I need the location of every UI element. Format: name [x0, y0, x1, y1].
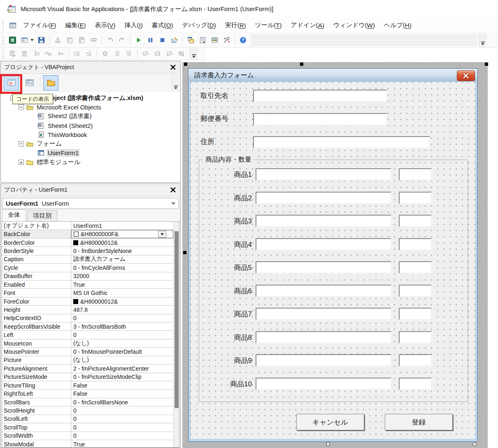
property-value[interactable]: True [71, 281, 173, 288]
property-value[interactable]: 2 - fmPictureAlignmentCenter [71, 364, 173, 372]
indent-icon[interactable] [71, 48, 82, 59]
menu-item-6[interactable]: デバッグ(D) [177, 18, 220, 32]
property-value[interactable]: 0 - fmBorderStyleNone [71, 247, 173, 255]
tab-by-category[interactable]: 項目別 [27, 210, 57, 221]
dropdown-button[interactable] [158, 231, 166, 238]
object-browser-icon[interactable] [209, 35, 220, 46]
property-row[interactable]: EnabledTrue [2, 281, 173, 289]
item-name-textbox[interactable] [256, 308, 391, 320]
item-qty-textbox[interactable] [399, 308, 432, 320]
register-button[interactable]: 登録 [385, 414, 453, 430]
project-panel-header[interactable]: プロジェクト - VBAProject [1, 61, 180, 74]
item-qty-textbox[interactable] [399, 354, 432, 367]
menu-item-1[interactable]: ファイル(F) [19, 18, 61, 32]
property-row[interactable]: (オブジェクト名)UserForm1 [2, 222, 173, 230]
item-qty-textbox[interactable] [399, 168, 432, 181]
property-value[interactable]: 0 - fmPictureSizeModeClip [71, 373, 173, 381]
resize-handle[interactable] [300, 63, 303, 66]
property-row[interactable]: Height487.8 [2, 306, 173, 314]
uncomment-block-icon[interactable] [123, 48, 135, 59]
comment-block-icon[interactable] [112, 48, 123, 59]
run-icon[interactable] [133, 35, 144, 46]
toolbar-options-button[interactable] [479, 33, 486, 47]
menu-item-7[interactable]: 実行(R) [221, 18, 251, 32]
property-value[interactable]: &H8000000F& [71, 230, 173, 238]
menu-item-10[interactable]: ウィンドウ(W) [329, 18, 379, 32]
item-name-textbox[interactable] [256, 215, 391, 227]
cancel-button[interactable]: キャンセル [296, 414, 364, 430]
property-row[interactable]: Caption請求書入力フォーム [2, 255, 173, 264]
property-value[interactable]: 0 [71, 423, 173, 431]
view-object-button[interactable] [22, 75, 37, 91]
property-value[interactable]: (なし) [71, 356, 173, 364]
property-row[interactable]: KeepScrollBarsVisible3 - fmScrollBarsBot… [2, 323, 173, 331]
property-row[interactable]: ScrollLeft0 [2, 415, 173, 423]
property-value[interactable]: 0 - fmMousePointerDefault [71, 348, 173, 355]
item-qty-textbox[interactable] [399, 331, 432, 344]
toggle-folders-button[interactable] [43, 75, 58, 91]
menu-item-3[interactable]: 表示(V) [91, 18, 120, 32]
property-row[interactable]: Cycle0 - fmCycleAllForms [2, 264, 173, 272]
property-row[interactable]: ScrollWidth0 [2, 432, 173, 440]
property-row[interactable]: PictureAlignment2 - fmPictureAlignmentCe… [2, 364, 173, 373]
property-row[interactable]: PictureSizeMode0 - fmPictureSizeModeClip [2, 373, 173, 381]
toggle-breakpoint-icon[interactable] [100, 48, 111, 59]
project-panel-close-icon[interactable] [168, 63, 178, 72]
properties-panel-close-icon[interactable] [168, 185, 178, 195]
collapse-icon[interactable]: − [19, 141, 24, 146]
form-textbox[interactable] [253, 113, 387, 125]
property-row[interactable]: MouseIcon(なし) [2, 339, 173, 348]
parameter-info-icon[interactable] [43, 48, 54, 59]
insert-userform-dropdown-icon[interactable] [30, 39, 34, 41]
resize-handle[interactable] [183, 251, 186, 254]
resize-handle[interactable] [184, 63, 187, 66]
property-value[interactable]: 487.8 [71, 306, 173, 313]
property-grid-scrollbar[interactable] [173, 222, 179, 447]
save-icon[interactable] [36, 35, 47, 46]
item-qty-textbox[interactable] [399, 192, 432, 204]
property-value[interactable]: 0 - fmCycleAllForms [71, 264, 173, 272]
item-name-textbox[interactable] [256, 168, 391, 181]
property-value[interactable]: 0 [71, 314, 173, 322]
clear-bookmarks-icon[interactable] [176, 48, 187, 59]
outdent-icon[interactable] [83, 48, 94, 59]
property-value[interactable]: MS UI Gothic [71, 289, 173, 297]
list-properties-icon[interactable] [7, 48, 18, 59]
item-name-textbox[interactable] [256, 378, 391, 390]
redo-icon[interactable] [116, 35, 128, 46]
tree-item-5[interactable]: ThisWorkbook [1, 130, 180, 139]
property-value[interactable]: &H80000012& [71, 297, 173, 305]
break-icon[interactable] [145, 35, 156, 46]
property-row[interactable]: Left0 [2, 331, 173, 339]
menu-item-8[interactable]: ツール(T) [251, 18, 286, 32]
item-name-textbox[interactable] [256, 285, 391, 297]
item-name-textbox[interactable] [256, 261, 391, 274]
userform-design-surface[interactable]: 請求書入力フォーム 商品内容・数量 商品1商品2商品3商品4商品5商品6商品7商… [188, 68, 478, 442]
item-qty-textbox[interactable] [399, 378, 432, 390]
property-row[interactable]: ForeColor&H80000012& [2, 297, 173, 306]
menu-item-2[interactable]: 編集(E) [61, 18, 91, 32]
property-row[interactable]: ScrollBars0 - fmScrollBarsNone [2, 398, 173, 406]
project-toolbar-options-button[interactable] [172, 74, 179, 91]
object-selector-combobox[interactable]: UserForm1 UserForm [2, 198, 179, 209]
property-value[interactable]: True [71, 440, 173, 448]
edit-toolbar-options-button[interactable] [190, 48, 198, 60]
item-name-textbox[interactable] [256, 331, 391, 344]
help-icon[interactable]: ? [237, 35, 249, 46]
item-name-textbox[interactable] [256, 354, 391, 367]
tree-item-3[interactable]: Sheet2 (請求書) [1, 112, 180, 121]
property-value[interactable]: (なし) [71, 339, 173, 347]
previous-bookmark-icon[interactable] [164, 48, 175, 59]
property-value[interactable]: 0 [71, 432, 173, 440]
property-value[interactable]: &H80000012& [71, 239, 173, 246]
complete-word-icon[interactable]: A [55, 48, 66, 59]
tree-item-7[interactable]: UserForm1 [1, 149, 180, 158]
menu-item-9[interactable]: アドイン(A) [286, 18, 328, 32]
collapse-icon[interactable]: − [19, 104, 24, 110]
property-value[interactable]: 0 [71, 406, 173, 414]
next-bookmark-icon[interactable] [152, 48, 163, 59]
toggle-bookmark-icon[interactable] [140, 48, 151, 59]
property-row[interactable]: FontMS UI Gothic [2, 289, 173, 297]
edit-toolbar-grip[interactable] [2, 49, 4, 59]
properties-window-icon[interactable] [197, 35, 208, 46]
